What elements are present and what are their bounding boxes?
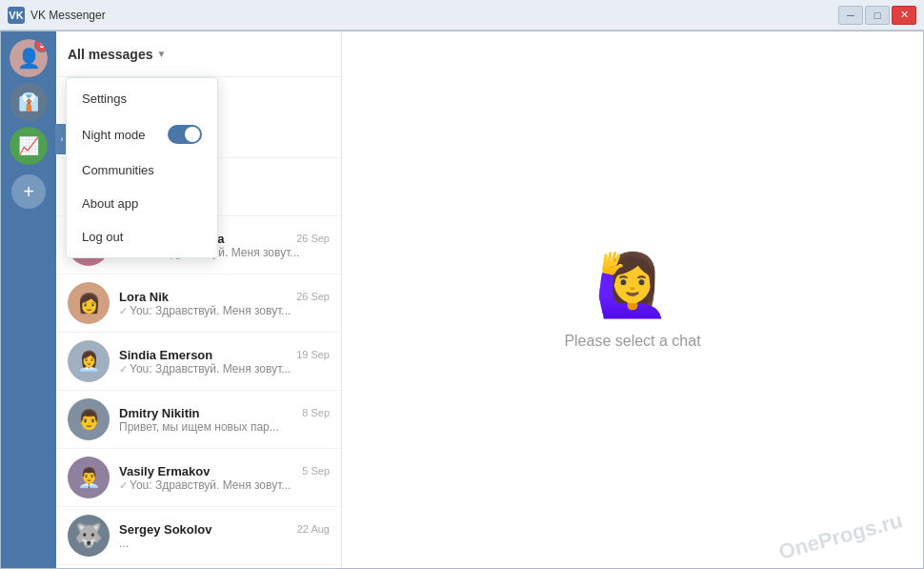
chat-preview-4: ✓You: Здравствуй. Меня зовут...: [119, 304, 330, 317]
chat-name-8: Sergey Sokolov: [119, 522, 212, 537]
add-account-button[interactable]: +: [11, 174, 46, 209]
chat-preview-5: ✓You: Здравствуй. Меня зовут...: [119, 362, 330, 376]
title-bar: VK VK Messenger ─ □ ✕: [0, 0, 924, 30]
main-chat-area: 🙋‍♀️ Please select a chat OneProgs.ru: [342, 31, 923, 568]
chat-date-4: 26 Sep: [296, 291, 330, 302]
sidebar-left: 👤 3 👔 📈 +: [1, 31, 56, 568]
chat-date-3: 26 Sep: [296, 233, 330, 244]
chat-preview-7: ✓You: Здравствуй. Меня зовут...: [119, 478, 330, 492]
chat-list-header: All messages ▼: [56, 31, 341, 77]
chat-preview-8: ...: [119, 537, 330, 550]
empty-state: 🙋‍♀️ Please select a chat: [564, 250, 700, 350]
avatar-4: 👩: [68, 282, 110, 324]
avatar-6: 👨: [68, 398, 110, 440]
communities-label: Communities: [82, 163, 154, 177]
chat-preview-6: Привет, мы ищем новых пар...: [119, 420, 330, 434]
chat-name-6: Dmitry Nikitin: [119, 406, 200, 420]
chat-date-5: 19 Sep: [296, 349, 330, 360]
chat-name-7: Vasily Ermakov: [119, 464, 210, 478]
dropdown-menu: Settings Night mode Communities About ap…: [66, 77, 218, 258]
window-controls: ─ □ ✕: [838, 6, 916, 25]
chat-info-6: Dmitry Nikitin 8 Sep Привет, мы ищем нов…: [119, 406, 330, 434]
chat-item-5[interactable]: 👩‍💼 Sindia Emerson 19 Sep ✓You: Здравств…: [56, 333, 341, 391]
menu-item-settings[interactable]: Settings: [67, 82, 217, 115]
avatar-7: 👨‍💼: [68, 457, 110, 498]
chevron-down-icon: ▼: [157, 49, 167, 59]
maximize-button[interactable]: □: [865, 6, 890, 25]
chat-item-6[interactable]: 👨 Dmitry Nikitin 8 Sep Привет, мы ищем н…: [56, 391, 341, 449]
night-mode-label: Night mode: [82, 128, 145, 142]
chat-date-8: 22 Aug: [297, 523, 330, 535]
menu-item-night-mode[interactable]: Night mode: [67, 115, 217, 153]
chat-name-5: Sindia Emerson: [119, 348, 212, 362]
chat-info-8: Sergey Sokolov 22 Aug ...: [119, 522, 330, 550]
chat-info-7: Vasily Ermakov 5 Sep ✓You: Здравствуй. М…: [119, 464, 330, 492]
app-window: 👤 3 👔 📈 + › All messages ▼ Академия по П…: [0, 30, 924, 569]
avatar-5: 👩‍💼: [68, 340, 110, 382]
menu-item-about[interactable]: About app: [67, 187, 217, 220]
menu-item-communities[interactable]: Communities: [67, 153, 217, 187]
menu-item-logout[interactable]: Log out: [67, 220, 217, 254]
header-title: All messages: [68, 47, 153, 62]
empty-emoji: 🙋‍♀️: [594, 250, 671, 321]
logout-label: Log out: [82, 230, 123, 244]
chat-item-8[interactable]: 🐺 Sergey Sokolov 22 Aug ...: [56, 507, 341, 565]
close-button[interactable]: ✕: [892, 6, 916, 25]
sidebar-account-3[interactable]: 📈: [10, 127, 48, 165]
avatar-8: 🐺: [68, 515, 110, 557]
watermark: OneProgs.ru: [776, 508, 905, 565]
sidebar-account-2[interactable]: 👔: [10, 83, 48, 121]
chat-date-6: 8 Sep: [302, 407, 330, 418]
night-mode-toggle[interactable]: [168, 125, 202, 144]
empty-text: Please select a chat: [564, 333, 700, 350]
about-label: About app: [82, 196, 138, 211]
chat-date-7: 5 Sep: [302, 465, 330, 477]
sidebar-account-1[interactable]: 👤 3: [10, 39, 48, 77]
chat-item-4[interactable]: 👩 Lora Nik 26 Sep ✓You: Здравствуй. Меня…: [56, 274, 341, 333]
chat-info-5: Sindia Emerson 19 Sep ✓You: Здравствуй. …: [119, 348, 330, 376]
minimize-button[interactable]: ─: [838, 6, 863, 25]
unread-badge: 3: [34, 39, 48, 52]
chat-item-7[interactable]: 👨‍💼 Vasily Ermakov 5 Sep ✓You: Здравству…: [56, 449, 341, 507]
chat-list-panel: All messages ▼ Академия по Па... 👩 Nadez…: [56, 31, 342, 568]
chat-info-4: Lora Nik 26 Sep ✓You: Здравствуй. Меня з…: [119, 290, 330, 317]
chat-name-4: Lora Nik: [119, 290, 169, 304]
all-messages-button[interactable]: All messages ▼: [68, 47, 166, 62]
app-icon: VK: [8, 7, 25, 24]
app-title: VK Messenger: [30, 9, 838, 22]
settings-label: Settings: [82, 91, 127, 106]
